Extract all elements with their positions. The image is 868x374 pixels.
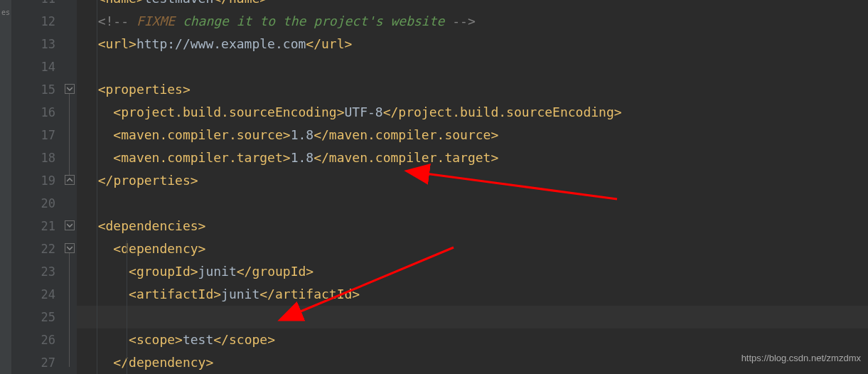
line-number: 23 [11, 260, 55, 283]
groupid-value: junit [198, 264, 237, 279]
current-line-highlight [77, 306, 868, 328]
code-line: <project.build.sourceEncoding>UTF-8</pro… [82, 101, 868, 124]
tag-properties-close: properties [113, 173, 190, 188]
indent-guide [127, 240, 127, 374]
tag-url: url [106, 36, 129, 51]
fold-toggle-icon[interactable] [65, 175, 75, 185]
tag-scope-close: scope [229, 332, 267, 347]
line-number: 25 [11, 306, 55, 328]
code-line: </properties> [82, 169, 868, 192]
tag-dependency: dependency [121, 241, 198, 256]
code-line: <maven.compiler.target>1.8</maven.compil… [82, 146, 868, 169]
tag-dependency-close: dependency [129, 355, 205, 370]
line-number: 27 [11, 351, 55, 374]
code-line: <properties> [82, 78, 868, 101]
project-label: es [0, 0, 11, 26]
indent-guide [97, 0, 97, 374]
fold-line [69, 253, 70, 367]
artifactid-value: junit [221, 287, 259, 301]
tool-strip: es [0, 0, 11, 374]
source-encoding-value: UTF-8 [344, 105, 382, 119]
tag-source-encoding: project.build.sourceEncoding [121, 105, 336, 119]
line-number: 11 [11, 0, 55, 10]
line-number: 15 [11, 78, 55, 101]
line-number: 13 [11, 33, 55, 55]
tag-url-close: url [321, 36, 345, 51]
scope-value: test [183, 332, 213, 347]
comment-text: change it to the project's website [183, 14, 444, 28]
tag-artifactid: artifactId [136, 287, 213, 301]
line-number: 14 [11, 55, 55, 78]
line-number: 21 [11, 215, 55, 237]
tag-compiler-source: maven.compiler.source [121, 127, 283, 142]
tag-groupid-close: groupId [252, 264, 306, 279]
url-value: http://www.example.com [136, 36, 306, 51]
fold-toggle-icon[interactable] [65, 84, 75, 94]
tag-groupid: groupId [136, 264, 191, 279]
tag-source-encoding-close: project.build.sourceEncoding [398, 105, 614, 119]
tag-dependencies: dependencies [106, 218, 198, 233]
fold-toggle-icon[interactable] [65, 220, 75, 230]
line-number: 17 [11, 124, 55, 146]
tag-compiler-source-close: maven.compiler.source [329, 127, 491, 142]
code-area[interactable]: <name>testmaven</name> <!-- FIXME change… [77, 0, 868, 374]
code-line: <maven.compiler.source>1.8</maven.compil… [82, 124, 868, 146]
tag-compiler-target: maven.compiler.target [121, 150, 283, 165]
code-line: <artifactId>junit</artifactId> [82, 283, 868, 306]
code-line: <!-- FIXME change it to the project's we… [82, 10, 868, 33]
line-number: 16 [11, 101, 55, 124]
code-line: <name>testmaven</name> [82, 0, 868, 10]
line-number-gutter[interactable]: 11 12 13 14 15 16 17 18 19 20 21 22 23 2… [11, 0, 63, 374]
code-line: <url>http://www.example.com</url> [82, 33, 868, 55]
code-line [82, 55, 868, 78]
line-number: 24 [11, 283, 55, 306]
compiler-target-value: 1.8 [291, 150, 314, 165]
code-line [82, 192, 868, 215]
xml-comment-open: <!-- [98, 14, 129, 28]
fold-line [69, 94, 70, 175]
code-line: <groupId>junit</groupId> [82, 260, 868, 283]
code-line: <dependency> [82, 237, 868, 260]
compiler-source-value: 1.8 [291, 127, 314, 142]
line-number: 19 [11, 169, 55, 192]
tag-compiler-target-close: maven.compiler.target [329, 150, 491, 165]
fixme-keyword: FIXME [136, 14, 175, 28]
fold-gutter[interactable] [63, 0, 77, 374]
line-number: 20 [11, 192, 55, 215]
line-number: 26 [11, 328, 55, 351]
line-number: 22 [11, 237, 55, 260]
tag-scope: scope [136, 332, 175, 347]
line-number: 18 [11, 146, 55, 169]
tag-properties: properties [106, 82, 183, 97]
fold-toggle-icon[interactable] [65, 243, 75, 253]
line-number: 12 [11, 10, 55, 33]
watermark: https://blog.csdn.net/zmzdmx [741, 347, 861, 370]
tag-artifactid-close: artifactId [275, 287, 352, 301]
code-editor[interactable]: es 11 12 13 14 15 16 17 18 19 20 21 22 2… [0, 0, 868, 374]
code-line: <dependencies> [82, 215, 868, 237]
xml-comment-close: --> [452, 14, 476, 28]
